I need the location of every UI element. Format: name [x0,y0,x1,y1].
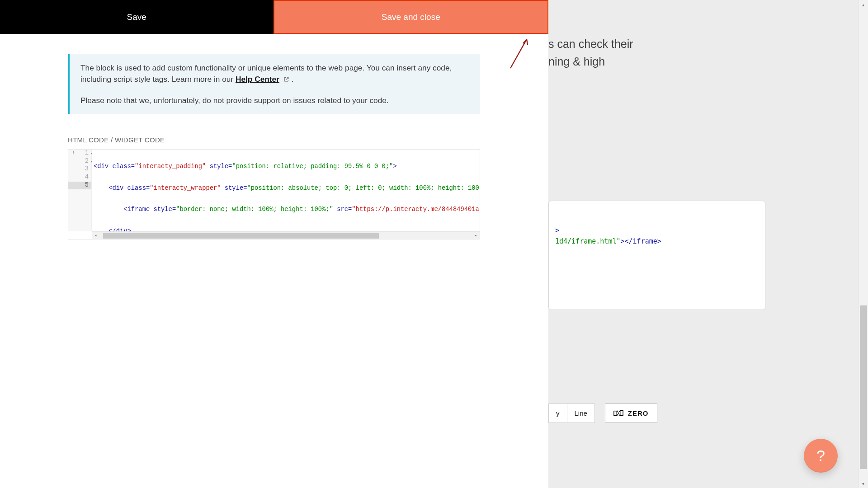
editor-body: The block is used to add custom function… [68,54,480,239]
line-number: 4 [68,174,91,182]
html-block-editor-panel: Save Save and close The block is used to… [0,0,548,488]
scroll-right-icon[interactable]: ▸ [472,233,480,238]
zero-icon [613,409,623,418]
info-callout: The block is used to add custom function… [68,54,480,114]
code-gutter: i 1 ▾ 2 ▾ 3 4 5 [68,150,92,231]
external-link-icon [283,74,289,80]
scroll-track[interactable] [99,232,472,239]
svg-rect-1 [620,410,623,415]
page-vertical-scrollbar[interactable]: ▴ ▾ [858,0,868,488]
info-paragraph-1: The block is used to add custom function… [80,62,469,85]
line-number: 2 ▾ [68,158,91,166]
line-number: i 1 ▾ [68,150,91,158]
save-and-close-button[interactable]: Save and close [274,0,549,34]
code-editor[interactable]: i 1 ▾ 2 ▾ 3 4 5 <div class="interacty_pa… [68,149,480,239]
bg-text-line: ning & high [548,53,765,70]
code-line: </div> [92,228,480,231]
background-page: s can check their ning & high > 1d4/ifra… [548,0,868,488]
line-number: 5 [68,182,91,190]
code-cursor [394,189,394,229]
segment-button-line[interactable]: Line [567,404,595,423]
background-description: s can check their ning & high [548,35,765,70]
line-number: 3 [68,165,91,174]
info-paragraph-2: Please note that we, unfortunately, do n… [80,95,469,106]
background-code-preview: > 1d4/iframe.html"></iframe> [548,201,765,310]
info-icon: i [71,150,76,156]
scroll-thumb[interactable] [860,305,867,469]
bg-text-line: s can check their [548,35,765,53]
help-button[interactable]: ? [804,439,838,473]
scroll-thumb[interactable] [103,233,379,239]
scroll-up-icon[interactable]: ▴ [859,0,868,9]
scroll-left-icon[interactable]: ◂ [92,233,99,238]
zero-button-label: ZERO [628,409,649,417]
scroll-down-icon[interactable]: ▾ [859,479,868,488]
bg-code-line: > [555,226,759,237]
segment-button-partial[interactable]: y [548,404,567,423]
editor-toolbar: Save Save and close [0,0,548,34]
code-line: <div class="interacty_padding" style="po… [92,163,480,171]
code-line: <div class="interacty_wrapper" style="po… [92,185,480,193]
code-line: <iframe style="border: none; width: 100%… [92,206,480,214]
horizontal-scrollbar[interactable]: ◂ ▸ [92,231,480,239]
background-button-group: y Line ZERO [548,404,657,423]
save-button[interactable]: Save [0,0,274,34]
bg-code-line: 1d4/iframe.html"></iframe> [555,237,759,248]
code-section-label: HTML CODE / WIDGET CODE [68,136,480,144]
svg-rect-0 [614,411,617,415]
zero-button[interactable]: ZERO [605,404,657,423]
help-center-link[interactable]: Help Center [236,75,279,84]
code-content[interactable]: <div class="interacty_padding" style="po… [92,150,480,231]
info-text-tail: . [292,75,294,84]
